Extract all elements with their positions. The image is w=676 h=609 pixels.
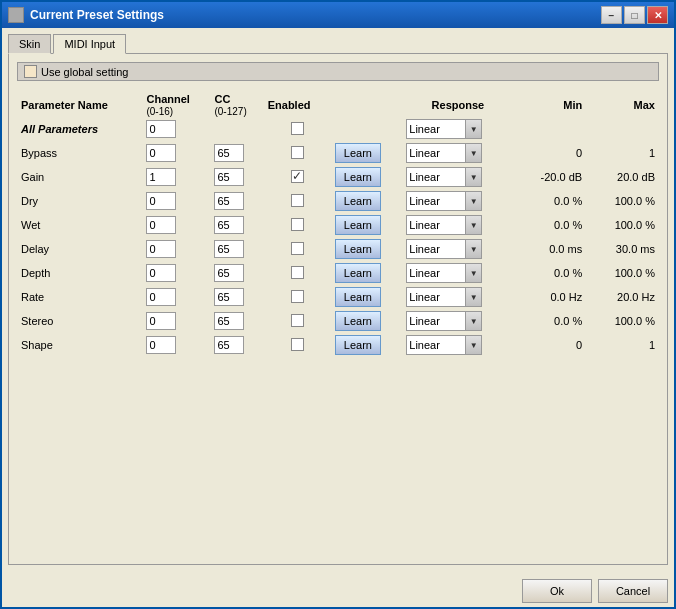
table-header: Parameter Name Channel (0-16) CC (0-127)… xyxy=(17,91,659,117)
learn-button[interactable]: Learn xyxy=(335,239,381,259)
max-cell: 1 xyxy=(586,333,659,357)
enabled-checkbox[interactable] xyxy=(291,218,304,231)
col-min: Min xyxy=(513,91,586,117)
cc-input[interactable] xyxy=(214,288,244,306)
enabled-checkbox[interactable] xyxy=(291,146,304,159)
cc-input[interactable] xyxy=(214,240,244,258)
ok-button[interactable]: Ok xyxy=(522,579,592,603)
param-name-cell: Depth xyxy=(17,261,142,285)
cc-input[interactable] xyxy=(214,264,244,282)
enabled-checkbox[interactable] xyxy=(291,194,304,207)
learn-button[interactable]: Learn xyxy=(335,311,381,331)
channel-cell xyxy=(142,213,210,237)
enabled-cell xyxy=(264,285,331,309)
window-icon xyxy=(8,7,24,23)
learn-button[interactable]: Learn xyxy=(335,335,381,355)
cancel-button[interactable]: Cancel xyxy=(598,579,668,603)
cc-input[interactable] xyxy=(214,192,244,210)
response-select[interactable]: Linear xyxy=(407,264,465,282)
channel-input[interactable] xyxy=(146,336,176,354)
min-cell: 0.0 % xyxy=(513,309,586,333)
channel-cell xyxy=(142,333,210,357)
learn-cell: Learn xyxy=(331,237,402,261)
learn-button[interactable]: Learn xyxy=(335,263,381,283)
learn-button[interactable]: Learn xyxy=(335,287,381,307)
response-cell: Linear▼ xyxy=(402,309,513,333)
maximize-button[interactable]: □ xyxy=(624,6,645,24)
enabled-checkbox[interactable] xyxy=(291,314,304,327)
enabled-cell xyxy=(264,333,331,357)
cc-cell xyxy=(210,165,263,189)
select-arrow-icon: ▼ xyxy=(465,120,481,138)
table-row: All ParametersLinear▼ xyxy=(17,117,659,141)
response-select[interactable]: Linear xyxy=(407,216,465,234)
tab-midi-input[interactable]: MIDI Input xyxy=(53,34,126,54)
channel-cell xyxy=(142,285,210,309)
bottom-bar: Ok Cancel xyxy=(2,571,674,607)
response-cell: Linear▼ xyxy=(402,165,513,189)
learn-button[interactable]: Learn xyxy=(335,215,381,235)
learn-button[interactable]: Learn xyxy=(335,191,381,211)
cc-input[interactable] xyxy=(214,168,244,186)
enabled-checkbox[interactable] xyxy=(291,338,304,351)
select-arrow-icon: ▼ xyxy=(465,144,481,162)
channel-input[interactable] xyxy=(146,216,176,234)
channel-input[interactable] xyxy=(146,240,176,258)
channel-input[interactable] xyxy=(146,288,176,306)
channel-input[interactable] xyxy=(146,168,176,186)
response-select[interactable]: Linear xyxy=(407,192,465,210)
param-name-cell: Gain xyxy=(17,165,142,189)
channel-input[interactable] xyxy=(146,144,176,162)
cc-cell xyxy=(210,261,263,285)
table-row: ShapeLearnLinear▼01 xyxy=(17,333,659,357)
enabled-cell xyxy=(264,165,331,189)
channel-input[interactable] xyxy=(146,192,176,210)
main-window: Current Preset Settings − □ ✕ Skin MIDI … xyxy=(0,0,676,609)
cc-input[interactable] xyxy=(214,144,244,162)
select-arrow-icon: ▼ xyxy=(465,288,481,306)
enabled-checkbox[interactable] xyxy=(291,242,304,255)
response-select[interactable]: Linear xyxy=(407,120,465,138)
learn-button[interactable]: Learn xyxy=(335,167,381,187)
enabled-checkbox[interactable] xyxy=(291,170,304,183)
close-button[interactable]: ✕ xyxy=(647,6,668,24)
min-cell: 0.0 % xyxy=(513,213,586,237)
use-global-checkbox[interactable] xyxy=(24,65,37,78)
enabled-checkbox[interactable] xyxy=(291,122,304,135)
response-select[interactable]: Linear xyxy=(407,168,465,186)
cc-cell xyxy=(210,213,263,237)
channel-cell xyxy=(142,165,210,189)
learn-cell: Learn xyxy=(331,213,402,237)
min-cell xyxy=(513,117,586,141)
channel-input[interactable] xyxy=(146,264,176,282)
response-cell: Linear▼ xyxy=(402,285,513,309)
minimize-button[interactable]: − xyxy=(601,6,622,24)
response-select[interactable]: Linear xyxy=(407,312,465,330)
response-select[interactable]: Linear xyxy=(407,240,465,258)
tabs: Skin MIDI Input xyxy=(8,34,668,54)
response-select[interactable]: Linear xyxy=(407,288,465,306)
enabled-cell xyxy=(264,309,331,333)
tab-skin[interactable]: Skin xyxy=(8,34,51,54)
response-select[interactable]: Linear xyxy=(407,336,465,354)
enabled-cell xyxy=(264,261,331,285)
learn-cell: Learn xyxy=(331,189,402,213)
response-cell: Linear▼ xyxy=(402,189,513,213)
response-select[interactable]: Linear xyxy=(407,144,465,162)
learn-button[interactable]: Learn xyxy=(335,143,381,163)
cc-input[interactable] xyxy=(214,336,244,354)
channel-input[interactable] xyxy=(146,120,176,138)
channel-cell xyxy=(142,141,210,165)
col-channel: Channel (0-16) xyxy=(142,91,210,117)
channel-input[interactable] xyxy=(146,312,176,330)
use-global-button[interactable]: Use global setting xyxy=(17,62,659,81)
cc-cell xyxy=(210,285,263,309)
select-arrow-icon: ▼ xyxy=(465,240,481,258)
cc-input[interactable] xyxy=(214,216,244,234)
enabled-checkbox[interactable] xyxy=(291,266,304,279)
max-cell: 100.0 % xyxy=(586,309,659,333)
params-table: Parameter Name Channel (0-16) CC (0-127)… xyxy=(17,91,659,357)
enabled-checkbox[interactable] xyxy=(291,290,304,303)
cc-input[interactable] xyxy=(214,312,244,330)
learn-cell xyxy=(331,117,402,141)
